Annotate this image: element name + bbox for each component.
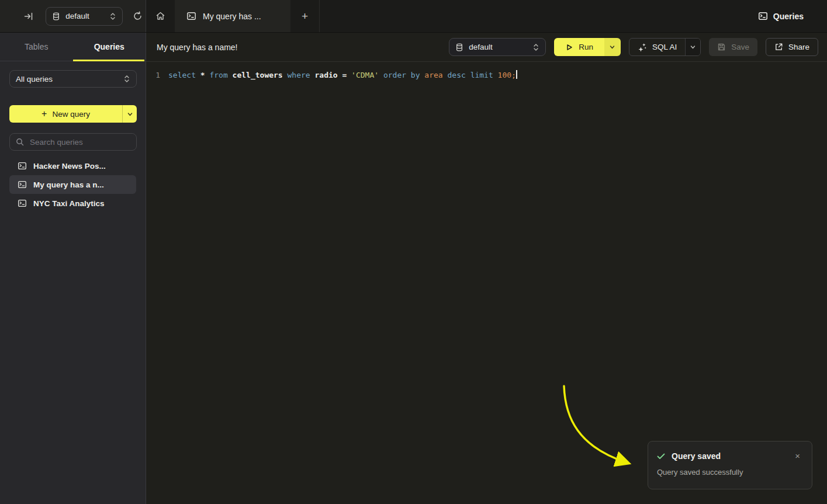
query-filter-value: All queries <box>16 75 118 84</box>
toast-header: Query saved × <box>656 450 802 461</box>
query-list-item[interactable]: Hacker News Pos... <box>9 157 136 175</box>
terminal-icon <box>758 11 768 21</box>
query-list-item-selected[interactable]: My query has a n... <box>9 175 136 194</box>
sql-ai-button-group: SQL AI <box>629 38 701 56</box>
terminal-icon <box>18 161 27 171</box>
sidebar-body: All queries + New query <box>0 61 146 213</box>
sql-ai-label: SQL AI <box>652 43 677 51</box>
plus-icon: + <box>302 10 308 23</box>
tab-tables[interactable]: Tables <box>0 33 73 61</box>
database-selector-header[interactable]: default <box>449 38 546 56</box>
query-title[interactable]: My query has a name! <box>157 43 238 52</box>
toast-title: Query saved <box>672 451 787 461</box>
sql-token-string: 'CDMA' <box>351 71 383 79</box>
chevron-updown-icon <box>123 75 130 83</box>
new-query-button[interactable]: + New query <box>9 105 137 123</box>
sql-token-operator: * <box>200 71 210 79</box>
sql-token-keyword: select <box>168 71 200 79</box>
search-queries-input[interactable] <box>29 137 122 147</box>
tab-queries-label: Queries <box>94 42 124 51</box>
query-item-label: Hacker News Pos... <box>33 162 106 171</box>
run-dropdown-button[interactable] <box>604 38 621 56</box>
sql-token-keyword: from <box>209 71 232 79</box>
sidebar: Tables Queries All queries + New query <box>0 33 146 504</box>
database-selector-topbar[interactable]: default <box>46 7 123 26</box>
query-item-label: NYC Taxi Analytics <box>33 199 105 208</box>
query-item-label: My query has a n... <box>33 180 104 189</box>
database-selector-value: default <box>469 43 527 51</box>
save-icon <box>717 43 726 51</box>
chevron-updown-icon <box>532 43 539 51</box>
top-bar-left-section: default <box>0 0 146 32</box>
sql-editor[interactable]: 1 select * from cell_towers where radio … <box>146 62 827 81</box>
tab-queries[interactable]: Queries <box>73 33 146 61</box>
query-header: My query has a name! default <box>146 33 827 62</box>
code-line[interactable]: select * from cell_towers where radio = … <box>168 69 517 81</box>
sparkles-icon <box>638 43 647 52</box>
play-icon <box>565 43 573 51</box>
sql-token-keyword: order by <box>383 71 424 79</box>
database-selector-value: default <box>65 12 104 20</box>
sql-ai-dropdown-button[interactable] <box>685 39 700 55</box>
new-tab-button[interactable]: + <box>290 0 320 32</box>
toast-message: Query saved successfully <box>657 468 802 477</box>
sql-token-identifier: radio <box>314 71 342 79</box>
queries-panel-toggle[interactable]: Queries <box>758 0 804 32</box>
line-number: 1 <box>146 69 160 81</box>
save-label: Save <box>731 43 749 51</box>
search-icon <box>16 138 24 146</box>
search-queries-box[interactable] <box>9 133 137 151</box>
sql-token-keyword: where <box>288 71 315 79</box>
sidebar-tabs: Tables Queries <box>0 33 146 61</box>
top-bar: default My query <box>0 0 827 33</box>
sql-token-function: area <box>424 71 447 79</box>
sql-token-identifier: cell_towers <box>233 71 288 79</box>
share-icon <box>774 43 783 51</box>
new-query-dropdown-button[interactable] <box>122 105 137 123</box>
main-panel: My query has a name! default <box>146 33 827 504</box>
query-filter-select[interactable]: All queries <box>9 70 137 88</box>
tab-label: My query has ... <box>203 12 261 21</box>
query-list-item[interactable]: NYC Taxi Analytics <box>9 194 136 213</box>
terminal-icon <box>18 199 27 208</box>
save-button[interactable]: Save <box>709 38 757 56</box>
new-query-label: New query <box>52 110 90 119</box>
home-button[interactable] <box>146 0 175 32</box>
text-cursor <box>516 70 517 79</box>
top-bar-spacer <box>320 0 758 32</box>
check-icon <box>656 451 666 461</box>
share-label: Share <box>788 43 809 51</box>
chevron-down-icon <box>690 44 696 50</box>
share-button[interactable]: Share <box>766 38 818 56</box>
plus-icon: + <box>41 109 47 119</box>
chevron-updown-icon <box>109 12 116 20</box>
database-icon <box>455 43 463 51</box>
run-button-group: Run <box>554 38 621 56</box>
tab-my-query[interactable]: My query has ... <box>175 0 290 32</box>
sql-token-operator: = <box>342 71 351 79</box>
new-query-main[interactable]: + New query <box>9 105 122 123</box>
tab-tables-label: Tables <box>25 42 48 51</box>
run-button[interactable]: Run <box>554 38 604 56</box>
run-label: Run <box>579 43 593 51</box>
sql-token-keyword: desc limit <box>448 71 498 79</box>
sql-token-number: 100; <box>498 71 516 79</box>
queries-panel-label: Queries <box>773 12 804 21</box>
chevron-down-icon <box>127 111 133 117</box>
database-icon <box>52 12 60 20</box>
terminal-icon <box>186 11 196 21</box>
toast-query-saved: Query saved × Query saved successfully <box>648 441 812 489</box>
sql-ai-button[interactable]: SQL AI <box>629 39 685 55</box>
close-icon[interactable]: × <box>793 450 802 461</box>
refresh-icon[interactable] <box>130 8 146 25</box>
chevron-down-icon <box>609 44 615 50</box>
collapse-sidebar-icon[interactable] <box>20 8 36 25</box>
query-list: Hacker News Pos... My query has a n... N… <box>9 157 136 213</box>
terminal-icon <box>18 180 27 189</box>
